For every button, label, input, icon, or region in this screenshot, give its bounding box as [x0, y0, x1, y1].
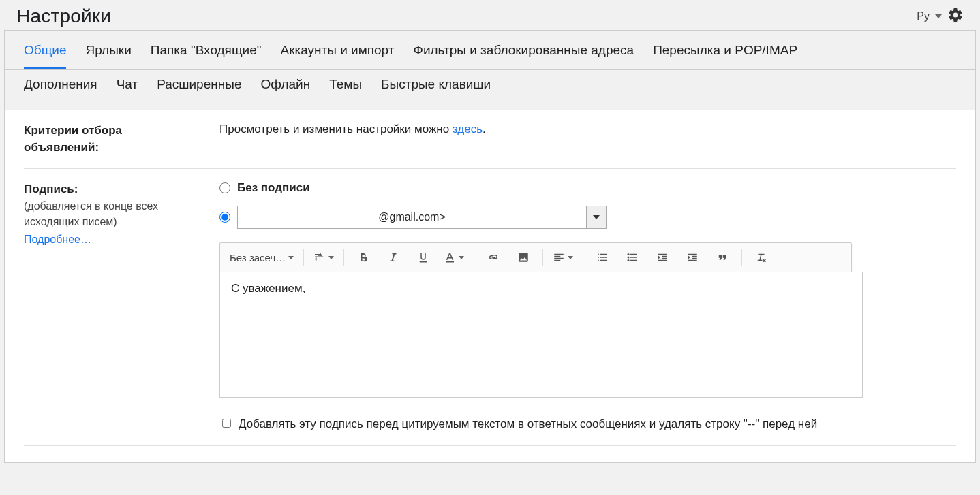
text-color-button[interactable] [440, 247, 468, 268]
divider [24, 445, 956, 446]
signature-toolbar: Без засеч… тT [219, 242, 852, 272]
toolbar-separator [343, 249, 344, 266]
tab-advanced[interactable]: Расширенные [157, 73, 241, 101]
underline-button[interactable] [410, 247, 437, 268]
ad-criteria-text: Просмотреть и изменить настройки можно [219, 123, 453, 135]
ad-criteria-link[interactable]: здесь [453, 123, 483, 135]
page-title: Настройки [16, 5, 111, 27]
language-label: Ру [917, 10, 930, 22]
svg-point-2 [628, 253, 630, 255]
tab-row-1: Общие Ярлыки Папка "Входящие" Аккаунты и… [5, 30, 975, 69]
toolbar-separator [303, 249, 304, 266]
toolbar-separator [741, 249, 742, 266]
tab-forwarding-pop-imap[interactable]: Пересылка и POP/IMAP [653, 39, 797, 69]
insert-before-quote-checkbox[interactable] [222, 419, 231, 428]
ad-criteria-text-after: . [483, 123, 486, 135]
signature-editor[interactable]: С уважением, [219, 272, 863, 398]
row-signature: Подпись: (добавляется в конце всех исход… [24, 169, 956, 445]
caret-down-icon [288, 251, 294, 264]
ad-criteria-label: Критерии отбора объявлений: [24, 123, 198, 156]
dropdown-arrow-icon [586, 206, 606, 228]
toolbar-separator [542, 249, 543, 266]
signature-subtext: (добавляется в конце всех исходящих писе… [24, 198, 198, 229]
radio-use-signature[interactable] [219, 212, 230, 223]
caret-down-icon [328, 251, 334, 264]
tab-row-2: Дополнения Чат Расширенные Офлайн Темы Б… [5, 69, 975, 110]
tab-labels[interactable]: Ярлыки [85, 39, 131, 69]
insert-before-quote-label: Добавлять эту подпись перед цитируемым т… [239, 415, 817, 433]
radio-no-signature[interactable] [219, 182, 230, 193]
caret-down-icon [459, 251, 464, 264]
radio-no-signature-label: Без подписи [237, 181, 310, 195]
bulleted-list-button[interactable] [619, 247, 646, 268]
toolbar-separator [583, 249, 583, 266]
font-family-button[interactable]: Без засеч… [226, 247, 298, 268]
tab-filters[interactable]: Фильтры и заблокированные адреса [413, 39, 634, 69]
signature-account-select[interactable]: @gmail.com> [237, 206, 607, 229]
tab-accounts-import[interactable]: Аккаунты и импорт [280, 39, 394, 69]
svg-point-4 [628, 259, 630, 261]
tab-inbox[interactable]: Папка "Входящие" [151, 39, 262, 69]
quote-button[interactable] [709, 247, 736, 268]
numbered-list-button[interactable] [589, 247, 616, 268]
svg-text:тT: тT [315, 255, 323, 263]
insert-before-quote-checkbox-row[interactable]: Добавлять эту подпись перед цитируемым т… [219, 415, 846, 433]
link-button[interactable] [480, 247, 507, 268]
font-size-button[interactable]: тT [309, 247, 338, 268]
caret-down-icon[interactable] [935, 10, 942, 22]
gear-icon[interactable] [947, 7, 964, 26]
signature-learn-more-link[interactable]: Подробнее… [24, 234, 198, 246]
tab-keyboard-shortcuts[interactable]: Быстрые клавиши [381, 73, 491, 101]
image-button[interactable] [510, 247, 537, 268]
italic-button[interactable] [380, 247, 407, 268]
toolbar-separator [474, 249, 474, 266]
svg-rect-1 [446, 261, 454, 263]
caret-down-icon [568, 251, 573, 264]
svg-point-3 [628, 257, 630, 259]
signature-heading: Подпись: [24, 181, 198, 198]
tab-chat[interactable]: Чат [117, 73, 138, 101]
tab-general[interactable]: Общие [24, 39, 66, 69]
indent-less-button[interactable] [649, 247, 676, 268]
font-family-label: Без засеч… [230, 252, 286, 264]
bold-button[interactable] [350, 247, 377, 268]
signature-account-value: @gmail.com> [238, 211, 586, 223]
remove-formatting-button[interactable] [748, 247, 775, 268]
indent-more-button[interactable] [679, 247, 706, 268]
row-ad-criteria: Критерии отбора объявлений: Просмотреть … [24, 110, 956, 168]
language-selector[interactable]: Ру [917, 10, 930, 22]
tab-themes[interactable]: Темы [329, 73, 362, 101]
tab-offline[interactable]: Офлайн [260, 73, 310, 101]
tab-addons[interactable]: Дополнения [24, 73, 97, 101]
align-button[interactable] [549, 247, 577, 268]
